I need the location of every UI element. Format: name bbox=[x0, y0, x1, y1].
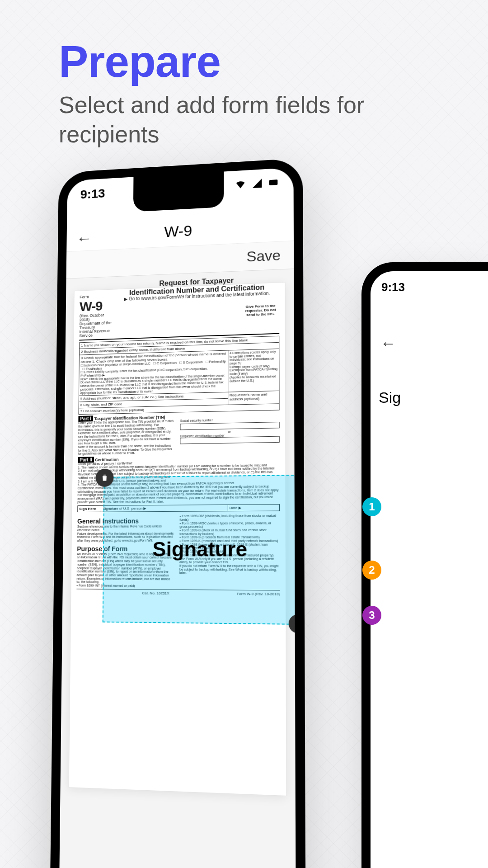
form-code: W-9 bbox=[80, 298, 115, 314]
form-irs: Internal Revenue Service bbox=[79, 329, 115, 338]
hero-subtitle: Select and add form fields for recipient… bbox=[59, 90, 429, 149]
document-page[interactable]: Form W-9 (Rev. October 2018) Department … bbox=[69, 282, 287, 796]
screen-title: W-9 bbox=[164, 222, 192, 240]
resize-field-handle[interactable] bbox=[289, 614, 296, 633]
part1-note: Note: If the account is in more than one… bbox=[78, 444, 175, 456]
status-time: 9:13 bbox=[80, 186, 105, 202]
status-icons bbox=[233, 176, 279, 193]
back-button-2[interactable]: ← bbox=[380, 335, 396, 352]
requester-address: Requester's name and address (optional) bbox=[228, 391, 279, 405]
trash-icon bbox=[101, 474, 109, 482]
box-partnership: Partnership bbox=[209, 360, 226, 363]
signature-field-label: Signature bbox=[152, 538, 247, 561]
document-viewport[interactable]: Form W-9 (Rev. October 2018) Department … bbox=[59, 269, 296, 868]
line-4: 4 Exemptions (codes apply only to certai… bbox=[230, 350, 277, 365]
progress-step-1[interactable]: 1 bbox=[362, 497, 381, 516]
progress-step-3[interactable]: 3 bbox=[362, 606, 381, 625]
phone-notch bbox=[133, 172, 224, 212]
svg-rect-0 bbox=[269, 179, 278, 185]
box-ccorp: C Corporation bbox=[157, 361, 177, 365]
save-button[interactable]: Save bbox=[247, 247, 281, 264]
delete-field-button[interactable] bbox=[95, 469, 113, 487]
back-button[interactable]: ← bbox=[76, 229, 93, 248]
line-4-note: (Applies to accounts maintained outside … bbox=[230, 374, 277, 382]
wifi-icon bbox=[235, 179, 246, 190]
line-3-note: Note: Check the appropriate box in the l… bbox=[80, 373, 226, 395]
hero-title: Prepare bbox=[59, 36, 221, 87]
signature-field[interactable]: Signature bbox=[103, 475, 296, 625]
sign-here: Sign Here bbox=[78, 506, 101, 512]
box-scorp: S Corporation bbox=[183, 360, 203, 364]
secondary-phone-mockup: 9:13 ← Sig 1 2 3 bbox=[361, 262, 488, 868]
phone-mockup: 9:13 ← W-9 Save Form W-9 (Rev. October 2… bbox=[49, 158, 305, 868]
resize-icon bbox=[294, 619, 296, 628]
progress-step-2[interactable]: 2 bbox=[362, 561, 381, 580]
signal-icon bbox=[252, 178, 263, 189]
battery-icon bbox=[268, 177, 280, 188]
sig-label-partial: Sig bbox=[379, 389, 401, 406]
part1-body: Enter your TIN in the appropriate box. T… bbox=[78, 420, 175, 445]
status-time-2: 9:13 bbox=[381, 280, 405, 294]
give-form-note: Give Form to the requester. Do not send … bbox=[242, 303, 279, 317]
